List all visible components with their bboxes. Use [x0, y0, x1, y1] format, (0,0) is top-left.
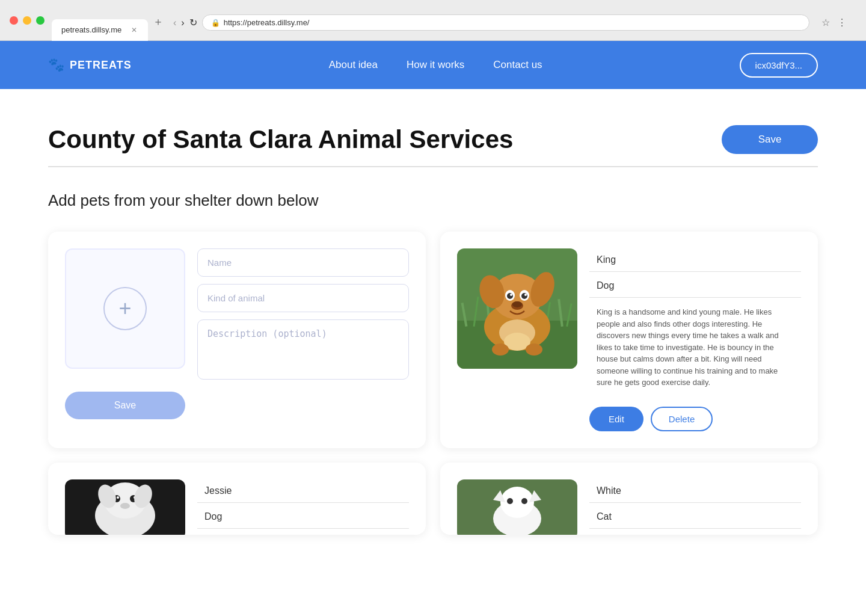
tab-close-icon[interactable]: ✕ — [131, 26, 137, 34]
svg-point-33 — [117, 496, 119, 499]
back-button[interactable]: ‹ — [173, 17, 176, 28]
svg-point-21 — [524, 294, 527, 296]
add-card-inner: + — [65, 248, 409, 380]
save-top-button[interactable]: Save — [722, 125, 818, 154]
king-card-inner: King is a handsome and kind young male. … — [457, 248, 801, 431]
browser-tab[interactable]: petreats.dillsy.me ✕ — [52, 19, 148, 41]
site-header: 🐾 PETREATS About idea How it works Conta… — [0, 41, 866, 89]
main-content: County of Santa Clara Animal Services Sa… — [0, 89, 866, 616]
king-name-field[interactable] — [589, 248, 801, 272]
svg-point-41 — [507, 498, 513, 504]
nav-item-how[interactable]: How it works — [407, 59, 464, 71]
svg-point-26 — [492, 343, 509, 356]
page-title: County of Santa Clara Animal Services — [48, 125, 513, 154]
close-window-button[interactable] — [10, 16, 18, 25]
white-photo — [457, 479, 577, 535]
king-kind-field[interactable] — [589, 274, 801, 298]
pets-grid: + Save — [48, 232, 818, 535]
main-nav: About idea How it works Contact us — [329, 59, 542, 71]
url-text: https://petreats.dillsy.me/ — [224, 18, 310, 27]
svg-point-27 — [526, 343, 542, 356]
svg-point-35 — [120, 503, 130, 509]
jessie-kind-field[interactable] — [197, 505, 409, 529]
svg-point-19 — [521, 293, 527, 299]
svg-point-42 — [521, 498, 527, 504]
white-info — [589, 479, 801, 531]
add-pet-form — [197, 248, 409, 380]
lock-icon: 🔒 — [211, 19, 220, 27]
jessie-photo — [65, 479, 185, 535]
white-kind-field[interactable] — [589, 505, 801, 529]
new-tab-icon[interactable]: ＋ — [153, 14, 164, 29]
pet-kind-input[interactable] — [197, 284, 409, 312]
maximize-window-button[interactable] — [36, 16, 45, 25]
address-bar[interactable]: 🔒 https://petreats.dillsy.me/ — [202, 14, 809, 31]
king-description: King is a handsome and kind young male. … — [589, 300, 801, 395]
reload-button[interactable]: ↻ — [189, 17, 197, 28]
nav-link-about[interactable]: About idea — [329, 59, 378, 70]
king-pet-card: King is a handsome and kind young male. … — [440, 232, 818, 448]
nav-link-contact[interactable]: Contact us — [493, 59, 542, 70]
svg-point-40 — [500, 487, 534, 518]
nav-item-about[interactable]: About idea — [329, 59, 378, 71]
forward-button[interactable]: › — [181, 17, 184, 28]
white-name-field[interactable] — [589, 479, 801, 503]
nav-item-contact[interactable]: Contact us — [493, 59, 542, 71]
subtitle: Add pets from your shelter down below — [48, 191, 818, 210]
logo[interactable]: 🐾 PETREATS — [48, 57, 132, 73]
wallet-button[interactable]: icx03dfY3... — [740, 53, 818, 78]
pet-name-input[interactable] — [197, 248, 409, 277]
svg-point-20 — [510, 294, 512, 296]
tab-title: petreats.dillsy.me — [61, 25, 121, 34]
king-photo — [457, 248, 577, 369]
logo-text: PETREATS — [70, 59, 132, 72]
traffic-lights — [10, 16, 45, 25]
jessie-name-field[interactable] — [197, 479, 409, 503]
bookmark-icon[interactable]: ☆ — [821, 17, 830, 28]
king-card-actions: Edit Delete — [589, 407, 801, 431]
browser-nav: ‹ › ↻ 🔒 https://petreats.dillsy.me/ ☆ ⋮ — [164, 10, 856, 31]
svg-point-18 — [507, 293, 513, 299]
more-options-icon[interactable]: ⋮ — [837, 17, 847, 28]
nav-link-how[interactable]: How it works — [407, 59, 464, 70]
king-info: King is a handsome and kind young male. … — [589, 248, 801, 431]
add-pet-card: + Save — [48, 232, 426, 448]
pet-description-input[interactable] — [197, 319, 409, 380]
jessie-info — [197, 479, 409, 531]
add-photo-icon: + — [103, 287, 147, 330]
king-edit-button[interactable]: Edit — [589, 407, 643, 431]
page-title-row: County of Santa Clara Animal Services Sa… — [48, 125, 818, 167]
paw-icon: 🐾 — [48, 57, 65, 73]
browser-chrome: petreats.dillsy.me ✕ ＋ ‹ › ↻ 🔒 https://p… — [0, 0, 866, 41]
svg-point-23 — [512, 301, 522, 307]
browser-actions: ☆ ⋮ — [821, 17, 847, 28]
image-upload-box[interactable]: + — [65, 248, 185, 369]
save-pet-button[interactable]: Save — [65, 392, 185, 419]
jessie-pet-card — [48, 463, 426, 535]
minimize-window-button[interactable] — [23, 16, 31, 25]
nav-links: About idea How it works Contact us — [329, 59, 542, 71]
white-pet-card — [440, 463, 818, 535]
king-delete-button[interactable]: Delete — [651, 407, 713, 431]
